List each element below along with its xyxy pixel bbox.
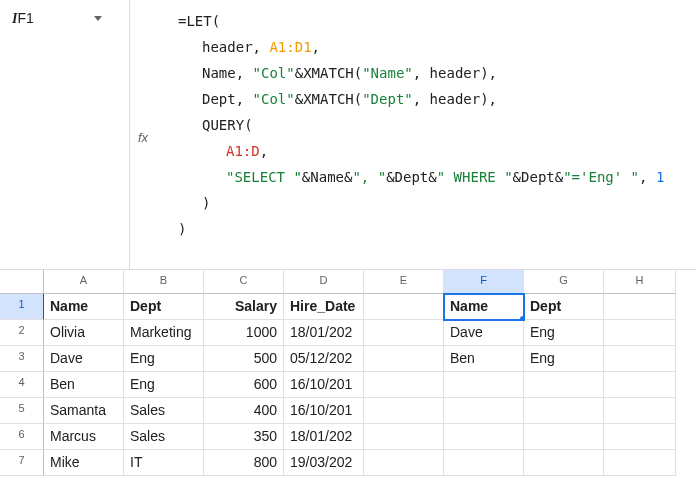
- row-header-6[interactable]: 6: [0, 424, 44, 450]
- cell-F5[interactable]: [444, 398, 524, 424]
- column-header-F[interactable]: F: [444, 270, 524, 294]
- cell-C1[interactable]: Salary: [204, 294, 284, 320]
- cell-C5[interactable]: 400: [204, 398, 284, 424]
- formula-bar-region: IF1 fx =LET(header, A1:D1,Name, "Col"&XM…: [0, 0, 696, 270]
- cell-E2[interactable]: [364, 320, 444, 346]
- cell-D2[interactable]: 18/01/202: [284, 320, 364, 346]
- cell-C4[interactable]: 600: [204, 372, 284, 398]
- fx-label: fx: [138, 130, 148, 145]
- chevron-down-icon[interactable]: [94, 16, 102, 21]
- cell-H1[interactable]: [604, 294, 676, 320]
- cell-B6[interactable]: Sales: [124, 424, 204, 450]
- cell-A7[interactable]: Mike: [44, 450, 124, 476]
- column-header-A[interactable]: A: [44, 270, 124, 294]
- cell-E3[interactable]: [364, 346, 444, 372]
- cell-H4[interactable]: [604, 372, 676, 398]
- cell-F1[interactable]: Name: [444, 294, 524, 320]
- cell-E5[interactable]: [364, 398, 444, 424]
- cell-G6[interactable]: [524, 424, 604, 450]
- select-all-corner[interactable]: [0, 270, 44, 294]
- column-header-B[interactable]: B: [124, 270, 204, 294]
- cell-B2[interactable]: Marketing: [124, 320, 204, 346]
- cell-E4[interactable]: [364, 372, 444, 398]
- cell-D4[interactable]: 16/10/201: [284, 372, 364, 398]
- cell-D1[interactable]: Hire_Date: [284, 294, 364, 320]
- cell-B1[interactable]: Dept: [124, 294, 204, 320]
- cell-D6[interactable]: 18/01/202: [284, 424, 364, 450]
- cell-B7[interactable]: IT: [124, 450, 204, 476]
- cell-E1[interactable]: [364, 294, 444, 320]
- cell-C6[interactable]: 350: [204, 424, 284, 450]
- row-header-4[interactable]: 4: [0, 372, 44, 398]
- column-header-G[interactable]: G: [524, 270, 604, 294]
- cell-A4[interactable]: Ben: [44, 372, 124, 398]
- column-header-H[interactable]: H: [604, 270, 676, 294]
- formula-input[interactable]: =LET(header, A1:D1,Name, "Col"&XMATCH("N…: [154, 8, 688, 242]
- cell-G1[interactable]: Dept: [524, 294, 604, 320]
- namebox-cell-ref: F1: [17, 10, 33, 26]
- row-header-3[interactable]: 3: [0, 346, 44, 372]
- cell-G5[interactable]: [524, 398, 604, 424]
- row-header-5[interactable]: 5: [0, 398, 44, 424]
- column-header-E[interactable]: E: [364, 270, 444, 294]
- cell-F7[interactable]: [444, 450, 524, 476]
- cell-C2[interactable]: 1000: [204, 320, 284, 346]
- cell-H5[interactable]: [604, 398, 676, 424]
- cell-B4[interactable]: Eng: [124, 372, 204, 398]
- name-box[interactable]: IF1: [8, 8, 106, 29]
- cell-F6[interactable]: [444, 424, 524, 450]
- cell-E6[interactable]: [364, 424, 444, 450]
- cell-A1[interactable]: Name: [44, 294, 124, 320]
- cell-A6[interactable]: Marcus: [44, 424, 124, 450]
- cell-C3[interactable]: 500: [204, 346, 284, 372]
- row-header-7[interactable]: 7: [0, 450, 44, 476]
- cell-A5[interactable]: Samanta: [44, 398, 124, 424]
- cell-D3[interactable]: 05/12/202: [284, 346, 364, 372]
- column-header-C[interactable]: C: [204, 270, 284, 294]
- column-header-D[interactable]: D: [284, 270, 364, 294]
- row-header-2[interactable]: 2: [0, 320, 44, 346]
- spreadsheet-grid[interactable]: ABCDEFGH1NameDeptSalaryHire_DateNameDept…: [0, 270, 696, 476]
- cell-H7[interactable]: [604, 450, 676, 476]
- cell-G7[interactable]: [524, 450, 604, 476]
- cell-H3[interactable]: [604, 346, 676, 372]
- cell-B3[interactable]: Eng: [124, 346, 204, 372]
- cell-C7[interactable]: 800: [204, 450, 284, 476]
- cell-G2[interactable]: Eng: [524, 320, 604, 346]
- cell-E7[interactable]: [364, 450, 444, 476]
- cell-F2[interactable]: Dave: [444, 320, 524, 346]
- cell-A3[interactable]: Dave: [44, 346, 124, 372]
- cell-F4[interactable]: [444, 372, 524, 398]
- cell-G3[interactable]: Eng: [524, 346, 604, 372]
- cell-H2[interactable]: [604, 320, 676, 346]
- cell-B5[interactable]: Sales: [124, 398, 204, 424]
- cell-D7[interactable]: 19/03/202: [284, 450, 364, 476]
- cell-A2[interactable]: Olivia: [44, 320, 124, 346]
- cell-H6[interactable]: [604, 424, 676, 450]
- formula-area[interactable]: fx =LET(header, A1:D1,Name, "Col"&XMATCH…: [130, 0, 696, 269]
- namebox-area: IF1: [0, 0, 130, 269]
- cell-F3[interactable]: Ben: [444, 346, 524, 372]
- cell-G4[interactable]: [524, 372, 604, 398]
- cell-D5[interactable]: 16/10/201: [284, 398, 364, 424]
- row-header-1[interactable]: 1: [0, 294, 44, 320]
